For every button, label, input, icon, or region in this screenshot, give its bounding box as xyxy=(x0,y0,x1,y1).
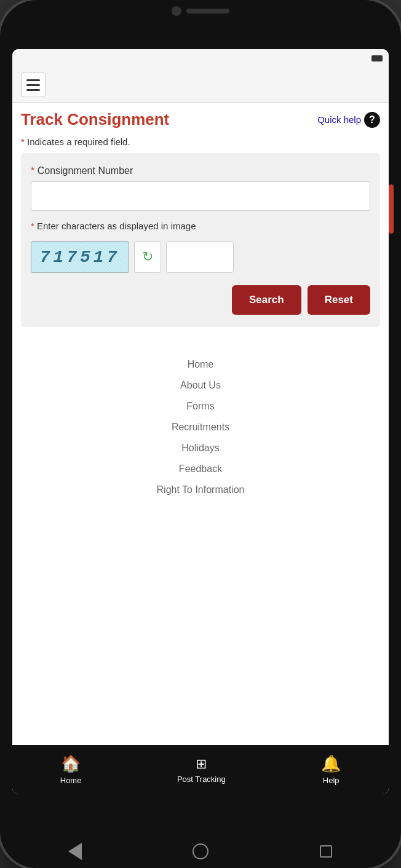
footer-link-feedback[interactable]: Feedback xyxy=(179,460,222,478)
reset-button[interactable]: Reset xyxy=(308,285,370,315)
footer-link-forms[interactable]: Forms xyxy=(186,397,214,416)
nav-help[interactable]: 🔔 Help xyxy=(321,754,341,785)
footer-link-rti[interactable]: Right To Information xyxy=(157,481,245,499)
captcha-text: 717517 xyxy=(40,248,121,267)
camera-dot xyxy=(172,6,181,16)
main-content: Track Consignment Quick help ? * Indicat… xyxy=(12,103,389,745)
back-arrow-icon xyxy=(68,843,82,860)
nav-home[interactable]: 🏠 Home xyxy=(60,754,82,785)
hamburger-button[interactable] xyxy=(21,73,46,97)
refresh-icon: ↻ xyxy=(142,249,153,265)
phone-screen: Track Consignment Quick help ? * Indicat… xyxy=(12,49,389,794)
nav-post-tracking-label: Post Tracking xyxy=(177,775,226,784)
page-title: Track Consignment xyxy=(21,110,169,129)
quick-help-label: Quick help xyxy=(317,114,361,125)
camera-area xyxy=(172,6,229,16)
asterisk-consignment: * xyxy=(31,165,38,176)
help-bell-icon: 🔔 xyxy=(321,754,341,773)
hamburger-line-2 xyxy=(26,84,40,86)
android-back-button[interactable] xyxy=(64,840,86,862)
android-home-button[interactable] xyxy=(189,840,212,862)
footer-link-home[interactable]: Home xyxy=(188,355,214,374)
footer-link-about-us[interactable]: About Us xyxy=(180,376,221,395)
captcha-row: 717517 ↻ xyxy=(31,241,370,273)
required-note: * Indicates a required field. xyxy=(12,134,389,153)
speaker-bar xyxy=(186,9,229,14)
phone-frame: Track Consignment Quick help ? * Indicat… xyxy=(0,0,401,868)
captcha-input[interactable] xyxy=(166,241,234,273)
asterisk-captcha: * xyxy=(31,221,37,231)
hamburger-line-1 xyxy=(26,79,40,81)
hamburger-line-3 xyxy=(26,89,40,91)
side-power-button xyxy=(389,184,394,234)
page-header: Track Consignment Quick help ? xyxy=(12,103,389,134)
status-bar xyxy=(12,49,389,68)
recent-apps-icon xyxy=(320,845,332,858)
nav-help-label: Help xyxy=(323,776,339,785)
home-circle-icon xyxy=(193,843,208,859)
battery-icon xyxy=(371,55,383,61)
form-card: * Consignment Number * Enter characters … xyxy=(21,153,380,327)
footer-link-recruitments[interactable]: Recruitments xyxy=(172,418,229,436)
captcha-refresh-button[interactable]: ↻ xyxy=(134,241,161,273)
required-note-text: Indicates a required field. xyxy=(27,136,130,147)
search-button[interactable]: Search xyxy=(232,285,301,315)
home-icon: 🏠 xyxy=(61,754,81,773)
android-recent-button[interactable] xyxy=(315,840,337,862)
nav-post-tracking[interactable]: ⊞ Post Tracking xyxy=(177,756,226,784)
footer-links: Home About Us Forms Recruitments Holiday… xyxy=(12,337,389,511)
help-circle-icon: ? xyxy=(364,112,380,128)
app-header xyxy=(12,68,389,103)
consignment-label: * Consignment Number xyxy=(31,165,370,176)
asterisk-symbol: * xyxy=(21,136,27,147)
captcha-label: * Enter characters as displayed in image xyxy=(31,221,370,231)
button-row: Search Reset xyxy=(31,285,370,315)
post-tracking-icon: ⊞ xyxy=(196,756,207,772)
android-nav-bar xyxy=(12,834,389,868)
nav-home-label: Home xyxy=(60,776,82,785)
footer-link-holidays[interactable]: Holidays xyxy=(181,439,219,457)
bottom-nav: 🏠 Home ⊞ Post Tracking 🔔 Help xyxy=(12,745,389,794)
captcha-image: 717517 xyxy=(31,241,129,273)
consignment-number-input[interactable] xyxy=(31,181,370,211)
quick-help-button[interactable]: Quick help ? xyxy=(317,112,380,128)
